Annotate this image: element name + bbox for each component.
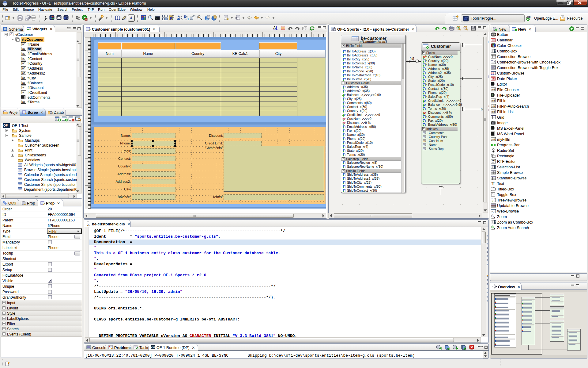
svg-text:C: C (10, 33, 12, 35)
svg-text:[ab: [ab (22, 81, 25, 84)
svg-text:[ab: [ab (492, 105, 495, 108)
svg-text:[ab: [ab (22, 52, 25, 55)
svg-text:[ab: [ab (492, 138, 495, 141)
svg-text:[ab: [ab (22, 43, 25, 46)
svg-text:[ab: [ab (22, 76, 25, 79)
svg-text:?: ? (77, 16, 79, 18)
svg-text:[ab: [ab (22, 91, 25, 94)
svg-text:[ab: [ab (22, 57, 25, 60)
svg-text:[ab: [ab (22, 100, 25, 103)
svg-text:S: S (184, 15, 186, 18)
svg-text:A: A (273, 26, 276, 30)
svg-text:[ab: [ab (22, 86, 25, 89)
svg-text:i: i (188, 17, 189, 21)
svg-text:ABC: ABC (492, 159, 496, 162)
svg-text:[ab: [ab (22, 67, 25, 70)
svg-text:Push: Push (492, 33, 496, 36)
svg-text:zoom: zoom (491, 228, 495, 230)
svg-text:[ab: [ab (22, 47, 25, 50)
svg-text:i: i (150, 16, 151, 19)
svg-text:9: 9 (493, 44, 494, 47)
svg-text:R: R (170, 16, 173, 21)
svg-text:[ab: [ab (492, 99, 495, 102)
svg-text:[ab: [ab (492, 88, 495, 91)
svg-text:[ab: [ab (492, 110, 495, 113)
svg-text:OF: OF (151, 346, 155, 349)
svg-text:zoom: zoom (491, 217, 495, 219)
svg-text:[ab: [ab (22, 71, 25, 75)
svg-text:T: T (492, 182, 495, 186)
svg-text:[ab: [ab (22, 62, 25, 65)
